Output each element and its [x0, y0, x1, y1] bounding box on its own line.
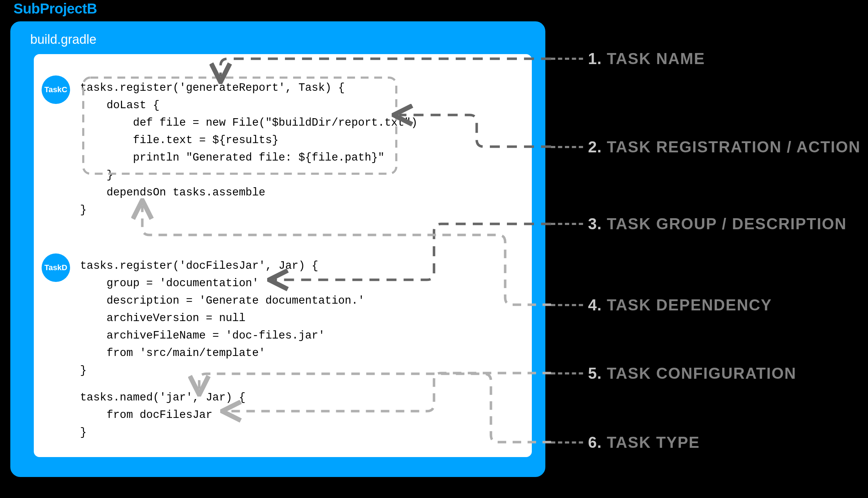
callout-text: TASK DEPENDENCY	[607, 296, 772, 314]
callout-text: TASK NAME	[607, 50, 705, 68]
code-block-3: tasks.named('jar', Jar) { from docFilesJ…	[80, 389, 245, 441]
callout-number: 2.	[588, 138, 602, 156]
diagram-stage: SubProjectB build.gradle TaskC TaskD tas…	[0, 0, 868, 498]
project-title: SubProjectB	[14, 1, 97, 17]
callout-number: 4.	[588, 296, 602, 314]
callout-4: 4. TASK DEPENDENCY	[551, 296, 772, 314]
callout-text: TASK GROUP / DESCRIPTION	[607, 215, 847, 233]
build-file-frame: build.gradle TaskC TaskD tasks.register(…	[10, 21, 545, 477]
callout-dash-icon	[551, 58, 583, 60]
callout-1: 1. TASK NAME	[551, 50, 705, 68]
code-block-1: tasks.register('generateReport', Task) {…	[80, 79, 418, 219]
callout-dash-icon	[551, 372, 583, 374]
callout-dash-icon	[551, 304, 583, 306]
callout-number: 3.	[588, 215, 602, 233]
callout-number: 6.	[588, 434, 602, 451]
code-panel: TaskC TaskD tasks.register('generateRepo…	[34, 54, 532, 457]
build-file-name: build.gradle	[30, 32, 96, 47]
task-chip-d: TaskD	[42, 253, 70, 282]
callout-text: TASK REGISTRATION / ACTION	[607, 138, 861, 156]
task-chip-c: TaskC	[42, 75, 70, 104]
code-block-2: tasks.register('docFilesJar', Jar) { gro…	[80, 257, 365, 379]
callout-number: 5.	[588, 365, 602, 382]
callout-2: 2. TASK REGISTRATION / ACTION	[551, 138, 861, 156]
callout-dash-icon	[551, 223, 583, 225]
callout-text: TASK CONFIGURATION	[607, 365, 796, 382]
callout-dash-icon	[551, 146, 583, 148]
callout-6: 6. TASK TYPE	[551, 434, 700, 451]
callout-text: TASK TYPE	[607, 434, 700, 451]
callout-number: 1.	[588, 50, 602, 68]
callout-3: 3. TASK GROUP / DESCRIPTION	[551, 215, 847, 233]
callout-dash-icon	[551, 441, 583, 444]
callout-5: 5. TASK CONFIGURATION	[551, 365, 796, 382]
